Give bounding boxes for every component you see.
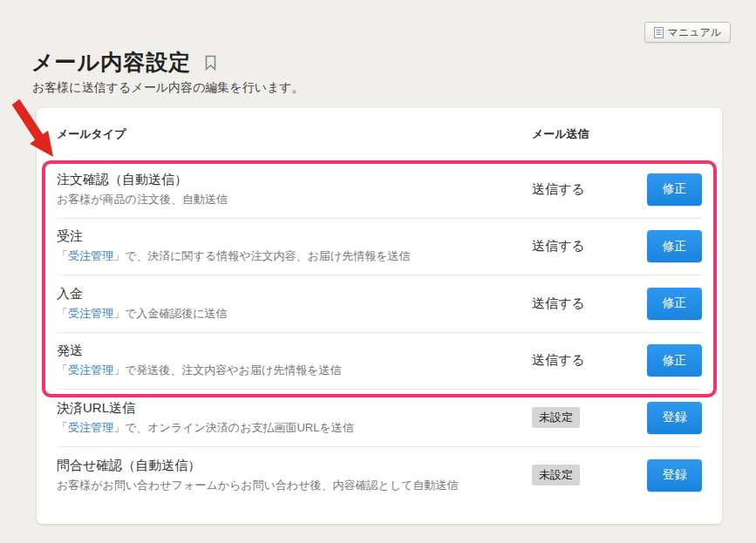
mail-send-status-cell: 送信する xyxy=(532,181,647,198)
table-row: 入金 「受注管理」で入金確認後に送信 送信する 修正 xyxy=(57,275,702,333)
table-row: 受注 「受注管理」で、決済に関する情報や注文内容、お届け先情報を送信 送信する … xyxy=(57,219,702,276)
row-action-button[interactable]: 修正 xyxy=(647,288,702,320)
table-row: 注文確認（自動送信） お客様が商品の注文後、自動送信 送信する 修正 xyxy=(57,161,702,219)
mail-send-status-cell: 送信する xyxy=(532,352,647,369)
mail-type-title: 受注 xyxy=(57,228,532,245)
table-row: 決済URL送信 「受注管理」で、オンライン決済のお支払画面URLを送信 未設定 … xyxy=(57,390,702,447)
manual-button[interactable]: マニュアル xyxy=(644,22,731,43)
order-management-link[interactable]: 受注管理 xyxy=(68,249,113,262)
mail-send-status-cell: 送信する xyxy=(532,238,647,255)
table-row: 発送 「受注管理」で発送後、注文内容やお届け先情報を送信 送信する 修正 xyxy=(57,333,702,390)
table-body: 注文確認（自動送信） お客様が商品の注文後、自動送信 送信する 修正 受注 「受… xyxy=(57,161,702,504)
status-text: 送信する xyxy=(532,295,585,310)
bookmark-icon[interactable] xyxy=(205,55,216,74)
order-management-link[interactable]: 受注管理 xyxy=(68,307,113,320)
mail-type-title: 決済URL送信 xyxy=(57,400,532,417)
mail-type-description: お客様が商品の注文後、自動送信 xyxy=(57,192,532,207)
table-header-row: メールタイプ メール送信 xyxy=(57,108,702,161)
mail-type-title: 発送 xyxy=(57,343,532,359)
status-text: 送信する xyxy=(532,352,585,367)
row-action-button[interactable]: 修正 xyxy=(647,173,702,206)
mail-type-title: 注文確認（自動送信） xyxy=(57,172,532,188)
header-mail-type: メールタイプ xyxy=(57,126,532,142)
mail-settings-card: メールタイプ メール送信 注文確認（自動送信） お客様が商品の注文後、自動送信 … xyxy=(37,108,722,524)
row-action-button[interactable]: 登録 xyxy=(647,459,702,492)
mail-send-status-cell: 未設定 xyxy=(532,407,647,428)
manual-button-label: マニュアル xyxy=(668,25,721,40)
order-management-link[interactable]: 受注管理 xyxy=(68,421,113,434)
mail-type-description: 「受注管理」で、オンライン決済のお支払画面URLを送信 xyxy=(57,420,532,436)
row-action-button[interactable]: 修正 xyxy=(647,344,702,377)
mail-type-description: お客様がお問い合わせフォームからお問い合わせ後、内容確認として自動送信 xyxy=(57,478,532,493)
status-badge: 未設定 xyxy=(532,407,580,428)
mail-type-description: 「受注管理」で、決済に関する情報や注文内容、お届け先情報を送信 xyxy=(57,248,532,264)
page-title: メール内容設定 xyxy=(31,48,191,77)
order-management-link[interactable]: 受注管理 xyxy=(68,363,113,377)
row-action-button[interactable]: 修正 xyxy=(647,230,702,262)
page-subtitle: お客様に送信するメール内容の編集を行います。 xyxy=(32,80,304,96)
mail-send-status-cell: 送信する xyxy=(532,295,647,312)
row-action-button[interactable]: 登録 xyxy=(647,402,702,434)
document-icon xyxy=(654,27,664,38)
mail-type-description: 「受注管理」で発送後、注文内容やお届け先情報を送信 xyxy=(57,363,532,378)
mail-type-title: 問合せ確認（自動送信） xyxy=(57,458,532,474)
mail-type-title: 入金 xyxy=(57,286,532,302)
mail-type-description: 「受注管理」で入金確認後に送信 xyxy=(57,306,532,322)
mail-send-status-cell: 未設定 xyxy=(532,465,647,485)
status-badge: 未設定 xyxy=(532,465,580,485)
status-text: 送信する xyxy=(532,238,585,253)
header-mail-send: メール送信 xyxy=(532,126,647,142)
table-row: 問合せ確認（自動送信） お客様がお問い合わせフォームからお問い合わせ後、内容確認… xyxy=(57,447,702,505)
status-text: 送信する xyxy=(532,181,585,196)
